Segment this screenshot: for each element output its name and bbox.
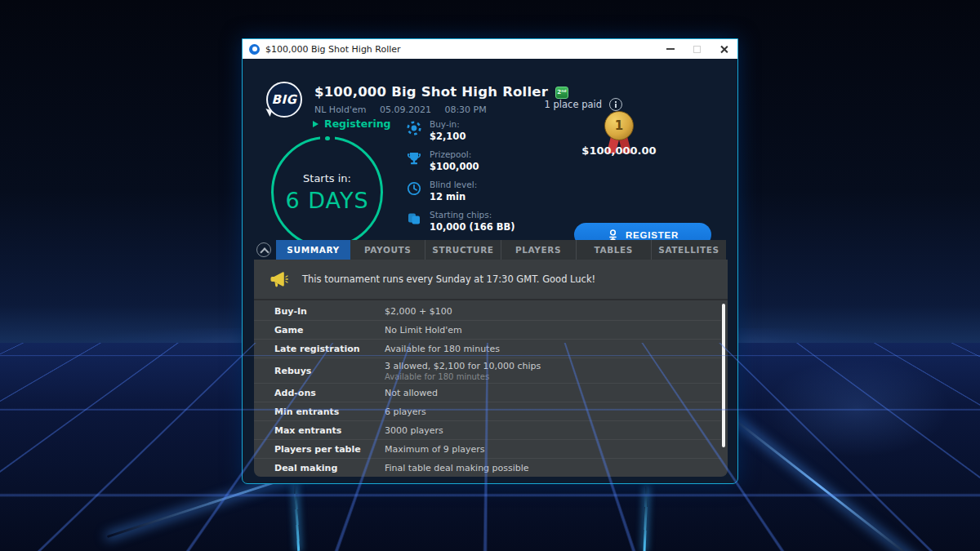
stat-value: $2,100 (430, 131, 466, 142)
tab-tables[interactable]: TABLES (576, 240, 651, 260)
summary-scrollbar[interactable] (722, 304, 725, 475)
close-button[interactable] (710, 39, 737, 59)
row-value: 3 allowed, $2,100 for 10,000 chips (385, 361, 541, 371)
maximize-button[interactable] (684, 39, 710, 59)
medal-place-number: 1 (615, 118, 623, 133)
tournament-lobby-window: $100,000 Big Shot High Roller BIG $100,0… (242, 38, 738, 484)
places-paid-label: 1 place paid (545, 99, 602, 110)
background-glow (735, 343, 980, 473)
maximize-icon (693, 46, 701, 53)
play-triangle-icon (313, 121, 318, 127)
row-value: Maximum of 9 players (385, 444, 485, 455)
trophy-icon (407, 151, 421, 166)
ring-dot (325, 136, 330, 140)
stat-label: Blind level: (430, 180, 477, 189)
table-row: Buy-In $2,000 + $100 (254, 302, 721, 321)
register-button-label: REGISTER (626, 230, 679, 240)
row-label: Rebuys (274, 366, 385, 376)
stat-value: 12 min (430, 191, 477, 202)
minimize-icon (666, 48, 675, 50)
stat-label: Buy-in: (430, 119, 466, 129)
countdown-value: 6 DAYS (285, 188, 368, 213)
table-row: Max entrants 3000 players (254, 421, 721, 440)
desktop-background: $100,000 Big Shot High Roller BIG $100,0… (0, 0, 980, 551)
table-row: Game No Limit Hold'em (254, 321, 721, 340)
tab-summary[interactable]: SUMMARY (276, 240, 350, 260)
tab-satellites[interactable]: SATELLITES (651, 240, 726, 260)
countdown-label: Starts in: (303, 172, 351, 184)
table-row: Rebuys 3 allowed, $2,100 for 10,000 chip… (254, 358, 721, 384)
row-label: Add-ons (274, 388, 385, 398)
stat-label: Prizepool: (430, 149, 479, 159)
row-value: Final table deal making possible (385, 463, 529, 473)
row-value: 6 players (385, 407, 426, 417)
announcement-text: This tournament runs every Sunday at 17:… (302, 273, 595, 285)
row-value: $2,000 + $100 (385, 306, 452, 317)
rebuy-badge: 2ⁿᵈ (555, 87, 568, 99)
window-titlebar: $100,000 Big Shot High Roller (243, 39, 737, 59)
row-value: 3000 players (385, 425, 443, 436)
medal-circle: 1 (604, 111, 634, 140)
tournament-header: BIG $100,000 Big Shot High Roller2ⁿᵈ NL … (243, 59, 737, 240)
chip-icon (407, 121, 421, 136)
summary-panel: This tournament runs every Sunday at 17:… (254, 260, 728, 477)
row-value: Not allowed (385, 388, 438, 398)
places-paid-row: 1 place paid (243, 98, 622, 111)
megaphone-icon (270, 271, 288, 287)
collapse-panel-button[interactable] (256, 242, 271, 257)
row-label: Min entrants (274, 407, 385, 417)
registration-status: Registering (313, 118, 391, 130)
stat-buyin: Buy-in: $2,100 (407, 119, 514, 142)
app-icon (249, 44, 260, 55)
stat-blind-level: Blind level: 12 min (407, 180, 514, 202)
countdown-ring: Starts in: 6 DAYS (271, 136, 383, 248)
register-seat-icon (607, 229, 619, 241)
row-label: Deal making (274, 463, 385, 473)
row-label: Game (274, 325, 385, 335)
stat-value: $100,000 (430, 161, 479, 172)
status-label: Registering (324, 118, 391, 130)
tabs: SUMMARY PAYOUTS STRUCTURE PLAYERS TABLES… (276, 240, 726, 260)
row-label: Buy-In (274, 306, 385, 317)
tab-players[interactable]: PLAYERS (501, 240, 576, 260)
window-controls (657, 39, 737, 59)
row-value: Available for 180 minutes (385, 344, 500, 354)
minimize-button[interactable] (657, 39, 684, 59)
row-value: No Limit Hold'em (385, 325, 462, 335)
table-row: Add-ons Not allowed (254, 384, 721, 402)
table-row: Late registration Available for 180 minu… (254, 340, 721, 358)
first-prize-amount: $100,000.00 (550, 144, 688, 157)
row-label: Max entrants (274, 425, 385, 436)
table-row: Players per table Maximum of 9 players (254, 440, 721, 459)
info-icon[interactable] (609, 98, 622, 111)
summary-table: Buy-In $2,000 + $100 Game No Limit Hold'… (254, 302, 721, 477)
row-label: Late registration (274, 344, 385, 354)
announcement-bar: This tournament runs every Sunday at 17:… (254, 260, 728, 300)
stat-value: 10,000 (166 BB) (430, 221, 514, 233)
window-title: $100,000 Big Shot High Roller (265, 44, 657, 55)
stat-label: Starting chips: (430, 210, 514, 220)
row-label: Players per table (274, 444, 385, 455)
table-row: Min entrants 6 players (254, 402, 721, 421)
row-secondary-value: Available for 180 minutes (385, 372, 541, 381)
chips-stack-icon (407, 211, 421, 226)
tab-payouts[interactable]: PAYOUTS (350, 240, 425, 260)
lobby-tab-bar: SUMMARY PAYOUTS STRUCTURE PLAYERS TABLES… (243, 240, 737, 260)
scrollbar-thumb[interactable] (722, 304, 725, 447)
table-row: Deal making Final table deal making poss… (254, 459, 721, 477)
close-icon (719, 45, 728, 54)
tab-structure[interactable]: STRUCTURE (425, 240, 500, 260)
stat-prizepool: Prizepool: $100,000 (407, 149, 514, 172)
clock-icon (407, 181, 421, 196)
stat-starting-chips: Starting chips: 10,000 (166 BB) (407, 210, 514, 233)
